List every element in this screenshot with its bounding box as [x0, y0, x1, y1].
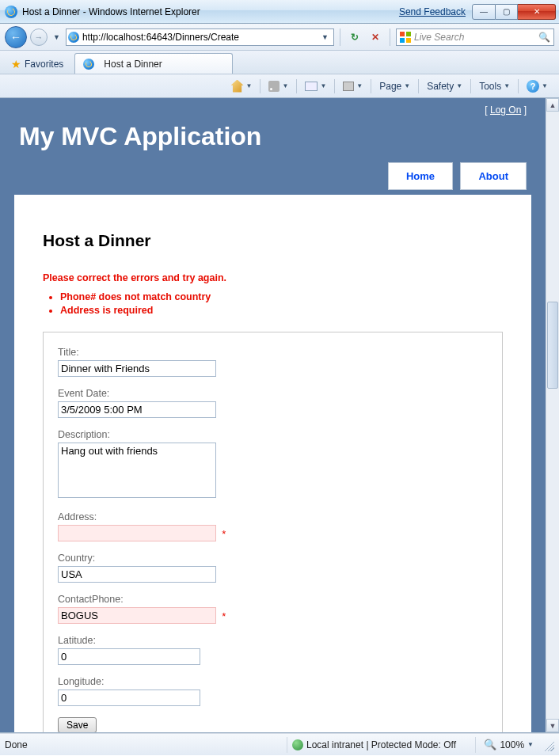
window-close-button[interactable]: ✕ — [518, 4, 556, 20]
chevron-down-icon: ▼ — [527, 741, 534, 748]
star-icon: ★ — [11, 58, 21, 70]
mail-icon — [305, 82, 318, 91]
cmd-safety-menu[interactable]: Safety▼ — [422, 78, 467, 95]
search-icon[interactable]: 🔍 — [538, 32, 550, 43]
latitude-input[interactable] — [58, 648, 200, 665]
longitude-input[interactable] — [58, 690, 200, 706]
menu-about[interactable]: About — [460, 162, 527, 190]
title-label: Title: — [58, 347, 488, 358]
country-input[interactable] — [58, 566, 216, 583]
refresh-icon: ↻ — [351, 32, 359, 43]
contactphone-label: ContactPhone: — [58, 594, 488, 605]
cmd-rss-button[interactable]: ▼ — [264, 78, 293, 95]
resize-grip[interactable] — [542, 739, 554, 751]
description-label: Description: — [58, 429, 488, 440]
nav-back-button[interactable]: ← — [5, 26, 27, 48]
status-text: Done — [5, 739, 282, 750]
contactphone-input[interactable] — [58, 607, 216, 624]
tab-title: Host a Dinner — [104, 59, 162, 70]
validation-error-list: Phone# does not match country Address is… — [60, 291, 503, 316]
description-input[interactable]: Hang out with friends — [58, 443, 216, 498]
page-heading: Host a Dinner — [43, 231, 503, 250]
command-bar: ▼ ▼ ▼ ▼ Page▼ Safety▼ Tools▼ ?▼ — [0, 74, 559, 98]
main-menu: Home About — [14, 162, 531, 190]
menu-home[interactable]: Home — [388, 162, 453, 190]
status-zone[interactable]: Local intranet | Protected Mode: Off — [292, 739, 470, 750]
window-maximize-button[interactable]: ▢ — [496, 4, 518, 20]
validation-summary-text: Please correct the errors and try again. — [43, 272, 503, 283]
address-error-indicator: * — [222, 528, 226, 540]
cmd-page-label: Page — [379, 81, 401, 92]
validation-error-item: Address is required — [60, 305, 503, 316]
arrow-left-icon: ← — [10, 31, 21, 44]
title-input[interactable] — [58, 360, 216, 377]
scroll-track[interactable] — [546, 112, 559, 719]
logon-link[interactable]: Log On — [490, 104, 521, 116]
browser-navbar: ← → ▼ http://localhost:64643/Dinners/Cre… — [0, 24, 559, 51]
send-feedback-link[interactable]: Send Feedback — [399, 6, 466, 17]
browser-tab[interactable]: Host a Dinner — [74, 53, 233, 74]
country-label: Country: — [58, 553, 488, 564]
eventdate-label: Event Date: — [58, 388, 488, 399]
content-panel: Host a Dinner Please correct the errors … — [14, 195, 531, 732]
cmd-mail-button[interactable]: ▼ — [300, 78, 331, 95]
print-icon — [343, 82, 354, 91]
rss-icon — [268, 81, 280, 92]
help-icon: ? — [527, 80, 539, 93]
stop-icon: ✕ — [371, 32, 379, 43]
search-placeholder: Live Search — [414, 32, 464, 43]
magnifier-icon: 🔍 — [484, 739, 496, 750]
zone-text: Local intranet | Protected Mode: Off — [306, 739, 456, 750]
cmd-tools-label: Tools — [479, 81, 501, 92]
window-titlebar: Host a Dinner - Windows Internet Explore… — [0, 0, 559, 24]
browser-viewport: [ Log On ] My MVC Application Home About… — [0, 98, 559, 733]
cmd-home-button[interactable]: ▼ — [226, 78, 257, 95]
scroll-thumb[interactable] — [547, 302, 558, 389]
arrow-right-icon: → — [35, 32, 44, 42]
save-button[interactable]: Save — [58, 717, 97, 732]
validation-error-item: Phone# does not match country — [60, 291, 503, 302]
cmd-safety-label: Safety — [427, 81, 454, 92]
address-bar[interactable]: http://localhost:64643/Dinners/Create ▼ — [66, 28, 334, 46]
address-dropdown[interactable]: ▼ — [318, 33, 332, 41]
home-icon — [231, 80, 244, 93]
logon-area: [ Log On ] — [14, 98, 531, 119]
scroll-up-button[interactable]: ▲ — [546, 98, 559, 112]
search-box[interactable]: Live Search 🔍 — [396, 28, 554, 46]
zoom-control[interactable]: 🔍 100% ▼ — [481, 739, 537, 750]
app-title: My MVC Application — [19, 122, 531, 151]
eventdate-input[interactable] — [58, 401, 216, 418]
vertical-scrollbar[interactable]: ▲ ▼ — [546, 98, 559, 732]
cmd-help-button[interactable]: ?▼ — [522, 78, 553, 95]
window-title: Host a Dinner - Windows Internet Explore… — [22, 6, 200, 17]
refresh-button[interactable]: ↻ — [346, 28, 363, 46]
nav-forward-button[interactable]: → — [30, 28, 48, 46]
stop-button[interactable]: ✕ — [367, 28, 384, 46]
address-input[interactable] — [58, 525, 216, 541]
tab-row: ★ Favorites Host a Dinner — [0, 51, 559, 74]
address-url: http://localhost:64643/Dinners/Create — [82, 32, 318, 43]
zone-icon — [292, 739, 303, 750]
dinner-form: Title: Event Date: Description: Hang out… — [43, 332, 503, 732]
validation-summary: Please correct the errors and try again.… — [43, 272, 503, 316]
favorites-label: Favorites — [25, 59, 63, 70]
page-document: [ Log On ] My MVC Application Home About… — [0, 98, 546, 732]
status-bar: Done Local intranet | Protected Mode: Of… — [0, 733, 559, 755]
scroll-down-button[interactable]: ▼ — [546, 719, 559, 732]
favorites-button[interactable]: ★ Favorites — [5, 55, 70, 74]
ie-icon — [5, 6, 17, 18]
cmd-print-button[interactable]: ▼ — [338, 78, 367, 95]
nav-history-dropdown[interactable]: ▼ — [51, 33, 63, 41]
live-search-icon — [400, 32, 411, 43]
window-minimize-button[interactable]: — — [472, 4, 496, 20]
contactphone-error-indicator: * — [222, 610, 226, 622]
page-icon — [68, 32, 79, 43]
latitude-label: Latitude: — [58, 635, 488, 646]
longitude-label: Longitude: — [58, 676, 488, 687]
tab-page-icon — [83, 59, 94, 70]
cmd-tools-menu[interactable]: Tools▼ — [474, 78, 515, 95]
address-label: Address: — [58, 511, 488, 522]
cmd-page-menu[interactable]: Page▼ — [375, 78, 415, 95]
zoom-value: 100% — [500, 739, 524, 750]
